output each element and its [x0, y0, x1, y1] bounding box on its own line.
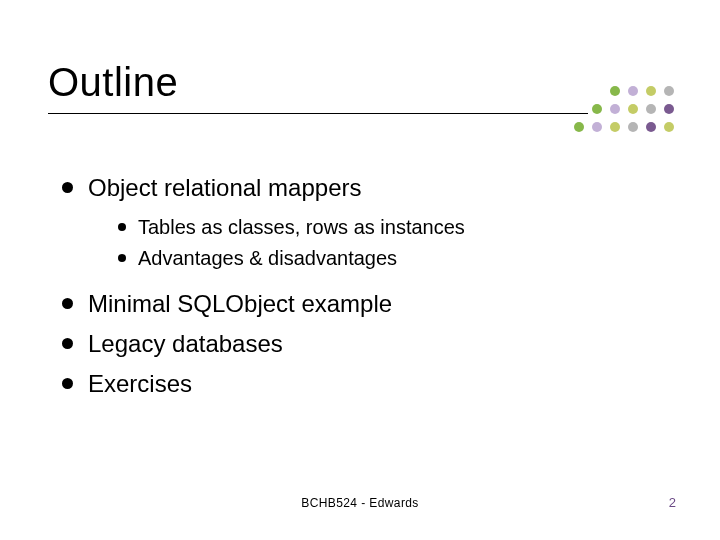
bullet-list: Object relational mappers Tables as clas…	[60, 170, 660, 402]
dot-icon	[592, 122, 602, 132]
decorative-dot-grid	[574, 86, 684, 136]
list-item-label: Minimal SQLObject example	[88, 290, 392, 317]
dot-icon	[646, 104, 656, 114]
dot-icon	[574, 86, 584, 96]
list-item-label: Exercises	[88, 370, 192, 397]
bullet-sublist: Tables as classes, rows as instances Adv…	[116, 212, 660, 274]
list-item-label: Object relational mappers	[88, 174, 361, 201]
slide-body: Object relational mappers Tables as clas…	[60, 170, 660, 406]
dot-icon	[610, 122, 620, 132]
dot-icon	[574, 122, 584, 132]
dot-icon	[664, 86, 674, 96]
list-item-label: Legacy databases	[88, 330, 283, 357]
footer-text: BCHB524 - Edwards	[0, 496, 720, 510]
dot-icon	[646, 122, 656, 132]
dot-icon	[610, 86, 620, 96]
list-item: Advantages & disadvantages	[116, 243, 660, 274]
dot-icon	[664, 104, 674, 114]
dot-icon	[574, 104, 584, 114]
dot-icon	[646, 86, 656, 96]
dot-icon	[592, 86, 602, 96]
list-item: Minimal SQLObject example	[60, 286, 660, 322]
title-underline	[48, 113, 588, 114]
dot-icon	[628, 122, 638, 132]
list-item: Object relational mappers Tables as clas…	[60, 170, 660, 274]
dot-icon	[592, 104, 602, 114]
dot-icon	[628, 86, 638, 96]
slide: Outline Object relational mappers Tables…	[0, 0, 720, 540]
list-item-label: Advantages & disadvantages	[138, 247, 397, 269]
list-item-label: Tables as classes, rows as instances	[138, 216, 465, 238]
list-item: Legacy databases	[60, 326, 660, 362]
list-item: Tables as classes, rows as instances	[116, 212, 660, 243]
dot-icon	[610, 104, 620, 114]
dot-icon	[664, 122, 674, 132]
list-item: Exercises	[60, 366, 660, 402]
dot-icon	[628, 104, 638, 114]
page-number: 2	[669, 495, 676, 510]
